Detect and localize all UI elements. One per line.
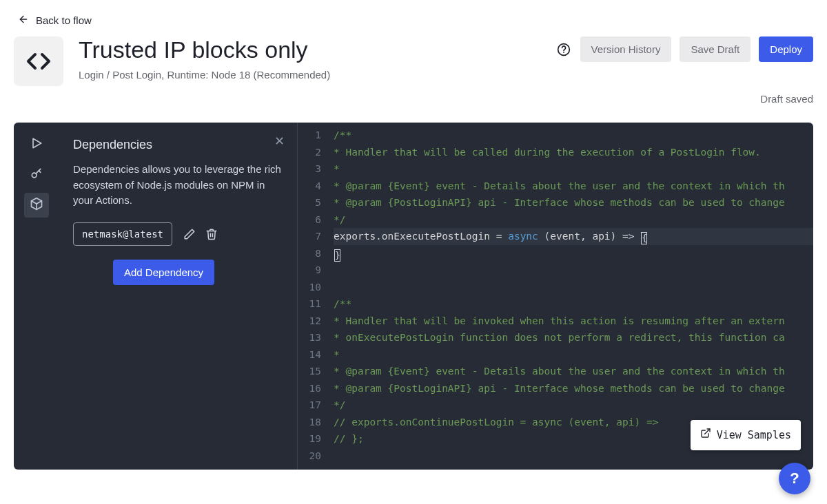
page-title: Trusted IP blocks only bbox=[79, 36, 540, 63]
save-draft-button[interactable]: Save Draft bbox=[680, 36, 751, 62]
panel-title: Dependencies bbox=[73, 138, 283, 152]
package-icon bbox=[30, 197, 43, 213]
code-editor[interactable]: 1234567891011121314151617181920 /*** Han… bbox=[298, 123, 813, 470]
rail-secrets-button[interactable] bbox=[24, 162, 49, 187]
draft-status: Draft saved bbox=[14, 93, 813, 105]
pencil-icon bbox=[183, 228, 196, 240]
arrow-left-icon bbox=[18, 14, 29, 27]
add-dependency-button[interactable]: Add Dependency bbox=[113, 260, 214, 285]
trash-icon bbox=[205, 228, 218, 240]
back-label: Back to flow bbox=[36, 14, 92, 26]
rail-run-button[interactable] bbox=[24, 132, 49, 157]
deploy-button[interactable]: Deploy bbox=[759, 36, 813, 62]
svg-line-5 bbox=[704, 429, 709, 434]
delete-dependency-button[interactable] bbox=[205, 228, 218, 240]
svg-marker-3 bbox=[33, 138, 41, 147]
panel-description: Dependencies allows you to leverage the … bbox=[73, 162, 283, 209]
dependencies-panel: Dependencies ✕ Dependencies allows you t… bbox=[59, 123, 298, 470]
play-icon bbox=[30, 136, 43, 153]
help-icon[interactable] bbox=[555, 41, 572, 58]
editor-shell: Dependencies ✕ Dependencies allows you t… bbox=[14, 123, 813, 470]
back-to-flow-link[interactable]: Back to flow bbox=[14, 10, 813, 36]
close-panel-button[interactable]: ✕ bbox=[274, 135, 285, 147]
key-icon bbox=[30, 167, 43, 183]
page-subtitle: Login / Post Login, Runtime: Node 18 (Re… bbox=[79, 69, 540, 81]
view-samples-label: View Samples bbox=[717, 427, 791, 444]
code-gutter: 1234567891011121314151617181920 bbox=[298, 123, 327, 470]
version-history-button[interactable]: Version History bbox=[580, 36, 672, 62]
edit-dependency-button[interactable] bbox=[183, 228, 196, 240]
code-lines: /*** Handler that will be called during … bbox=[327, 123, 813, 470]
rail-dependencies-button[interactable] bbox=[24, 193, 49, 218]
close-icon: ✕ bbox=[274, 134, 285, 148]
view-samples-button[interactable]: View Samples bbox=[691, 420, 801, 451]
external-link-icon bbox=[700, 427, 711, 444]
action-type-icon bbox=[14, 36, 63, 86]
editor-rail bbox=[14, 123, 59, 470]
dependency-item[interactable]: netmask@latest bbox=[73, 222, 172, 246]
